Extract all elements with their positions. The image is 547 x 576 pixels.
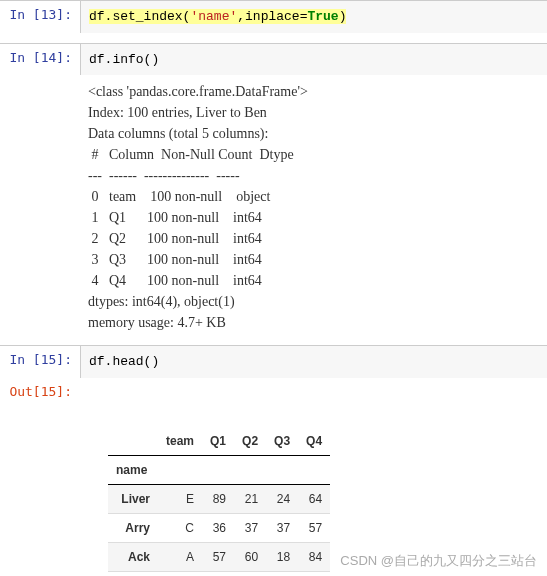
table-row: LiverE89212464 bbox=[108, 484, 330, 513]
table-row: AckA57601884 bbox=[108, 542, 330, 571]
watermark: CSDN @自己的九又四分之三站台 bbox=[340, 552, 537, 570]
input-cell-14[interactable]: In [14]: df.info() bbox=[0, 43, 547, 76]
dataframe-output: team Q1 Q2 Q3 Q4 name LiverE89212464Arry… bbox=[80, 378, 547, 577]
prompt-in-14: In [14]: bbox=[0, 44, 80, 76]
code-area-13[interactable]: df.set_index('name',inplace=True) bbox=[80, 1, 547, 33]
prompt-out-15: Out[15]: bbox=[0, 378, 80, 577]
dataframe-table: team Q1 Q2 Q3 Q4 name LiverE89212464Arry… bbox=[108, 427, 330, 577]
prompt-in-13: In [13]: bbox=[0, 1, 80, 33]
output-cell-14: <class 'pandas.core.frame.DataFrame'> In… bbox=[0, 75, 547, 339]
table-row: ArryC36373757 bbox=[108, 513, 330, 542]
info-output: <class 'pandas.core.frame.DataFrame'> In… bbox=[80, 75, 547, 339]
code-area-15[interactable]: df.head() bbox=[80, 346, 547, 378]
index-name-row: name bbox=[108, 455, 330, 484]
input-cell-13[interactable]: In [13]: df.set_index('name',inplace=Tru… bbox=[0, 0, 547, 33]
input-cell-15[interactable]: In [15]: df.head() bbox=[0, 345, 547, 378]
code-area-14[interactable]: df.info() bbox=[80, 44, 547, 76]
table-row: EorgeC93967178 bbox=[108, 571, 330, 576]
table-header: team Q1 Q2 Q3 Q4 bbox=[108, 427, 330, 456]
output-cell-15: Out[15]: team Q1 Q2 Q3 Q4 name LiverE892… bbox=[0, 378, 547, 577]
prompt-in-15: In [15]: bbox=[0, 346, 80, 378]
prompt-out-14-empty bbox=[0, 75, 80, 339]
